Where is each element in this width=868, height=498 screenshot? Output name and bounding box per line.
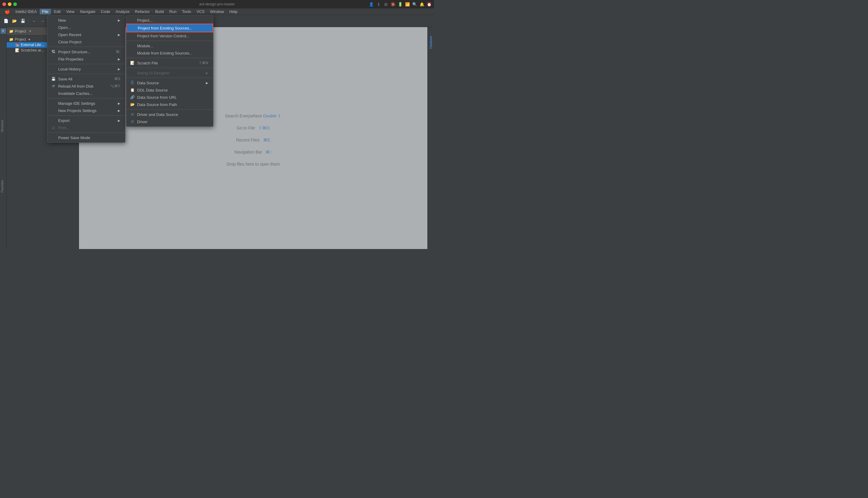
new-driver-data-source[interactable]: ⚙ Driver and Data Source bbox=[126, 111, 213, 118]
new-scratch-file[interactable]: 📝 Scratch File ⇧⌘N bbox=[126, 59, 213, 67]
file-menu-local-history[interactable]: Local History ▶ bbox=[47, 65, 125, 73]
swing-arrow: ▶ bbox=[206, 71, 208, 75]
menu-intellij[interactable]: IntelliJ IDEA bbox=[13, 9, 39, 14]
new-module[interactable]: Module... bbox=[126, 42, 213, 49]
menu-file[interactable]: File bbox=[40, 9, 51, 14]
new-swing: Swing UI Designer ▶ bbox=[126, 69, 213, 77]
new-ddl-data-source[interactable]: 📋 DDL Data Source bbox=[126, 87, 213, 94]
folder-icon: 📁 bbox=[9, 29, 14, 34]
menu-analyze[interactable]: Analyze bbox=[113, 9, 132, 14]
reload-shortcut: ⌥⌘Y bbox=[110, 84, 120, 88]
clock-icon: ⏰ bbox=[427, 2, 432, 6]
menu-vcs[interactable]: VCS bbox=[194, 9, 207, 14]
tree-chevron: ▼ bbox=[28, 38, 31, 41]
file-menu-sep4 bbox=[47, 98, 125, 99]
file-menu: New ▶ Open... Open Recent ▶ Close Projec… bbox=[47, 15, 125, 143]
new-data-source-path[interactable]: 📂 Data Source from Path bbox=[126, 101, 213, 108]
tree-external-label: External Libr... bbox=[21, 43, 44, 47]
apple-menu[interactable]: 🍎 bbox=[2, 9, 12, 15]
menu-code[interactable]: Code bbox=[98, 9, 112, 14]
swing-icon bbox=[130, 70, 135, 75]
info-icon[interactable]: ℹ bbox=[376, 2, 381, 6]
menu-refactor[interactable]: Refactor bbox=[132, 9, 152, 14]
menu-navigate[interactable]: Navigate bbox=[77, 9, 98, 14]
file-menu-export[interactable]: Export ▶ bbox=[47, 117, 125, 124]
tree-project-label: Project bbox=[15, 37, 26, 41]
file-menu-open[interactable]: Open... bbox=[47, 24, 125, 31]
file-menu-reload[interactable]: ↺ Reload All from Disk ⌥⌘Y bbox=[47, 82, 125, 90]
forward-button[interactable]: → bbox=[39, 17, 46, 25]
new-data-source-url[interactable]: 🔗 Data Source from URL bbox=[126, 94, 213, 101]
menu-tools[interactable]: Tools bbox=[180, 9, 193, 14]
minimize-button[interactable] bbox=[8, 2, 11, 6]
project-icon2 bbox=[130, 18, 135, 23]
new-project[interactable]: Project... bbox=[126, 16, 213, 24]
menu-window[interactable]: Window bbox=[208, 9, 226, 14]
data-source-url-icon: 🔗 bbox=[130, 95, 135, 100]
back-button[interactable]: ← bbox=[30, 17, 38, 25]
title-bar: ant-design-pro-master 👤 ℹ ⊞ 🔕 🔋 📶 🔍 🔔 ⏰ bbox=[0, 0, 434, 9]
new-project-vcs[interactable]: Project from Version Control... bbox=[126, 32, 213, 39]
data-source-arrow: ▶ bbox=[206, 81, 208, 84]
title-bar-icons: 👤 ℹ ⊞ 🔕 🔋 📶 🔍 🔔 ⏰ bbox=[369, 2, 432, 6]
tree-external-icon: 📚 bbox=[15, 43, 20, 47]
tree-project-icon: 📁 bbox=[9, 37, 14, 41]
file-menu-print: 🖨 Print... bbox=[47, 124, 125, 131]
file-menu-new[interactable]: New ▶ bbox=[47, 16, 125, 24]
scratch-shortcut: ⇧⌘N bbox=[199, 61, 208, 65]
new-data-source[interactable]: 🗄 Data Source ▶ bbox=[126, 79, 213, 87]
module-icon bbox=[130, 43, 135, 48]
database-tab[interactable]: Database bbox=[428, 27, 434, 57]
file-menu-project-structure[interactable]: 🏗 Project Structure... ⌘; bbox=[47, 48, 125, 55]
file-menu-sep6 bbox=[47, 132, 125, 133]
power-save-icon bbox=[51, 135, 56, 140]
file-menu-manage-ide[interactable]: Manage IDE Settings ▶ bbox=[47, 100, 125, 107]
export-icon bbox=[51, 118, 56, 123]
project-dropdown-icon[interactable]: ▼ bbox=[28, 29, 32, 34]
toolbar-separator bbox=[28, 18, 29, 24]
file-menu-sep5 bbox=[47, 115, 125, 116]
window-title: ant-design-pro-master bbox=[199, 2, 235, 6]
file-menu-close-project[interactable]: Close Project bbox=[47, 38, 125, 45]
structure-tab[interactable]: Structure bbox=[0, 117, 5, 134]
menu-build[interactable]: Build bbox=[153, 9, 166, 14]
mute-icon[interactable]: 🔕 bbox=[391, 2, 395, 6]
favorites-tab[interactable]: Favorites bbox=[0, 178, 5, 195]
export-arrow: ▶ bbox=[118, 119, 120, 122]
menu-help[interactable]: Help bbox=[227, 9, 240, 14]
maximize-button[interactable] bbox=[13, 2, 17, 6]
menu-view[interactable]: View bbox=[64, 9, 77, 14]
search-icon[interactable]: 🔍 bbox=[412, 2, 417, 6]
new-sep2 bbox=[126, 58, 213, 58]
open-folder-button[interactable]: 📂 bbox=[11, 17, 18, 25]
grid-icon[interactable]: ⊞ bbox=[383, 2, 388, 6]
file-menu-new-projects[interactable]: New Projects Settings ▶ bbox=[47, 107, 125, 114]
hint-search: Search Everywhere Double ⇧ bbox=[225, 114, 281, 118]
profile-icon[interactable]: 👤 bbox=[369, 2, 374, 6]
file-menu-power-save[interactable]: Power Save Mode bbox=[47, 134, 125, 141]
project-icon[interactable]: P bbox=[1, 28, 6, 34]
new-sep3 bbox=[126, 68, 213, 68]
local-history-icon bbox=[51, 67, 56, 71]
file-menu-save-all[interactable]: 💾 Save All ⌘S bbox=[47, 75, 125, 82]
new-driver[interactable]: ⚙ Driver bbox=[126, 118, 213, 125]
close-button[interactable] bbox=[2, 2, 6, 6]
hint-drop-files: Drop files here to open them bbox=[227, 162, 280, 167]
module-existing-icon bbox=[130, 51, 135, 55]
file-menu-invalidate[interactable]: Invalidate Caches... bbox=[47, 90, 125, 97]
new-project-existing[interactable]: Project from Existing Sources... bbox=[126, 24, 213, 32]
new-module-existing[interactable]: Module from Existing Sources... bbox=[126, 49, 213, 56]
menu-edit[interactable]: Edit bbox=[52, 9, 63, 14]
print-icon: 🖨 bbox=[51, 125, 56, 130]
manage-ide-icon bbox=[51, 101, 56, 106]
save-button[interactable]: 💾 bbox=[19, 17, 26, 25]
open-recent-arrow: ▶ bbox=[118, 33, 120, 37]
file-menu-sep2 bbox=[47, 64, 125, 64]
project-structure-icon: 🏗 bbox=[51, 49, 56, 54]
file-menu-file-properties[interactable]: File Properties ▶ bbox=[47, 55, 125, 63]
new-file-button[interactable]: 📄 bbox=[2, 17, 10, 25]
menu-run[interactable]: Run bbox=[167, 9, 179, 14]
notification-icon[interactable]: 🔔 bbox=[420, 2, 424, 6]
file-menu-open-recent[interactable]: Open Recent ▶ bbox=[47, 31, 125, 38]
save-all-icon: 💾 bbox=[51, 77, 56, 81]
